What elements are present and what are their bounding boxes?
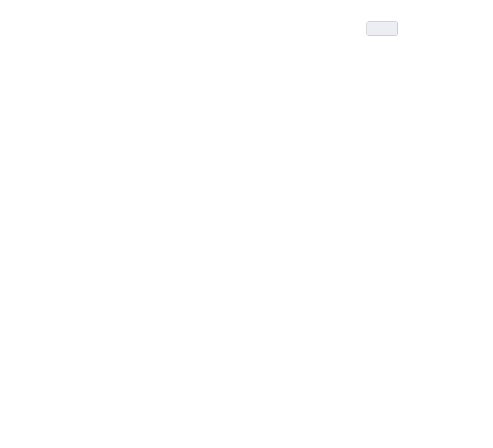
figure xyxy=(0,0,493,448)
legend-line-sample xyxy=(372,28,387,29)
bar-chart xyxy=(47,219,488,419)
boxplot-chart xyxy=(47,19,488,217)
legend xyxy=(366,21,398,36)
